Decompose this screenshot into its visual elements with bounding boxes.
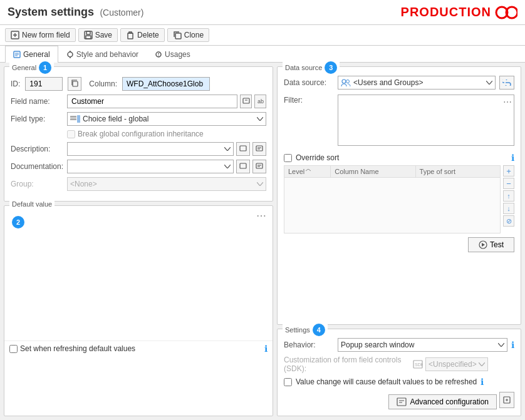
svg-point-19 — [158, 55, 159, 56]
test-row: Test — [284, 237, 514, 252]
svg-rect-32 — [256, 163, 262, 168]
customization-row: Customization of form field controls (SD… — [284, 356, 514, 373]
main-content: General 1 ID: Column: — [0, 63, 525, 420]
default-value-menu-button[interactable]: ⋯ — [256, 210, 266, 222]
value-change-info-icon[interactable]: ℹ — [481, 377, 484, 387]
svg-rect-6 — [86, 31, 90, 34]
id-column-row: ID: Column: — [11, 77, 266, 91]
new-form-field-button[interactable]: New form field — [5, 28, 76, 42]
data-source-link-button[interactable] — [499, 76, 514, 90]
tab-usages[interactable]: Usages — [147, 46, 199, 63]
usages-tab-icon — [155, 51, 162, 58]
sdk-icon: SDK — [413, 360, 423, 369]
delete-icon — [126, 31, 135, 39]
documentation-dropdown-icon — [224, 165, 231, 168]
field-name-input[interactable] — [67, 95, 237, 108]
id-copy-button[interactable] — [68, 77, 81, 91]
style-tab-icon — [66, 51, 74, 58]
advanced-config-icon — [397, 397, 407, 406]
documentation-row: Documentation: — [11, 160, 266, 173]
svg-rect-25 — [70, 118, 76, 120]
field-name-row: Field name: ab — [11, 95, 266, 108]
advanced-config-extra-button[interactable] — [499, 392, 514, 408]
svg-rect-27 — [240, 146, 246, 151]
doc-icon — [239, 162, 247, 170]
test-button[interactable]: Test — [468, 237, 514, 252]
settings-section: Settings 4 Behavior: Popup search window… — [277, 329, 521, 416]
behavior-select[interactable]: Popup search window — [338, 338, 507, 352]
svg-text:ab: ab — [257, 98, 264, 105]
documentation-action-btn[interactable] — [236, 160, 250, 173]
description-dropdown-icon — [224, 147, 231, 151]
advanced-row: Advanced configuration — [284, 392, 514, 409]
default-value-textarea[interactable] — [11, 215, 266, 324]
description-extra-btn[interactable] — [252, 142, 266, 156]
sort-clear-button[interactable]: ⊘ — [503, 215, 514, 227]
group-dropdown-icon — [257, 182, 263, 186]
data-source-dropdown-icon — [486, 81, 492, 85]
advanced-configuration-button[interactable]: Advanced configuration — [388, 394, 497, 409]
new-form-field-icon — [11, 31, 19, 39]
sort-add-button[interactable]: + — [503, 165, 514, 177]
svg-rect-21 — [243, 98, 249, 103]
value-change-checkbox[interactable] — [284, 378, 292, 386]
test-play-icon — [479, 240, 487, 249]
field-name-action-button[interactable] — [240, 95, 252, 108]
svg-rect-24 — [70, 116, 76, 118]
id-field[interactable] — [25, 77, 63, 91]
link-icon — [502, 79, 511, 86]
tab-general[interactable]: General — [5, 46, 58, 63]
save-icon — [84, 31, 93, 39]
delete-button[interactable]: Delete — [120, 28, 165, 42]
tab-style-behavior[interactable]: Style and behavior — [58, 46, 147, 63]
clone-icon — [173, 31, 182, 39]
field-name-extra-button[interactable]: ab — [254, 95, 266, 108]
save-button[interactable]: Save — [78, 28, 118, 42]
filter-menu-button[interactable]: ⋯ — [503, 97, 512, 107]
svg-rect-41 — [397, 398, 406, 406]
production-badge: PRODUCTION — [401, 5, 517, 19]
description-action-btn[interactable] — [236, 142, 250, 156]
data-source-select-wrapper[interactable]: <Users and Groups> — [338, 76, 496, 90]
doc-extra-icon — [256, 162, 263, 170]
break-inheritance-checkbox[interactable] — [67, 130, 75, 138]
behavior-info-icon[interactable]: ℹ — [511, 340, 514, 350]
svg-rect-7 — [86, 36, 91, 39]
copy-icon — [71, 79, 78, 87]
sort-down-button[interactable]: ↓ — [503, 203, 514, 214]
set-when-refreshing-checkbox[interactable] — [9, 345, 18, 353]
override-sort-info-icon[interactable]: ℹ — [511, 153, 514, 163]
behavior-row: Behavior: Popup search window ℹ — [284, 338, 514, 352]
svg-rect-26 — [77, 115, 80, 123]
svg-text:SDK: SDK — [415, 362, 423, 367]
sort-remove-button[interactable]: − — [503, 178, 514, 189]
default-value-info-icon[interactable]: ℹ — [264, 344, 268, 354]
column-field[interactable] — [122, 77, 210, 91]
svg-rect-9 — [175, 33, 181, 39]
svg-rect-31 — [240, 163, 246, 168]
filter-textarea[interactable] — [338, 95, 514, 146]
filter-row: Filter: ⋯ — [284, 95, 514, 148]
data-source-badge: 3 — [325, 61, 337, 74]
field-type-dropdown-icon — [257, 117, 263, 121]
override-sort-checkbox[interactable] — [284, 154, 292, 162]
break-inheritance-row: Break global configuration inheritance — [11, 130, 266, 138]
svg-point-35 — [342, 79, 346, 83]
documentation-extra-btn[interactable] — [252, 160, 266, 173]
sort-side-controls: + − ↑ ↓ ⊘ — [503, 165, 514, 233]
sort-up-button[interactable]: ↑ — [503, 190, 514, 202]
svg-point-14 — [68, 52, 73, 57]
translate-icon: ab — [257, 97, 264, 105]
behavior-dropdown-icon — [498, 343, 504, 347]
data-source-row: Data source: <Users and Groups> — [284, 76, 514, 90]
users-groups-icon — [341, 78, 351, 87]
svg-rect-20 — [73, 81, 78, 86]
value-change-row: Value change will cause default values t… — [284, 377, 514, 387]
general-tab-icon — [13, 51, 21, 58]
clone-button[interactable]: Clone — [167, 28, 209, 42]
general-section: General 1 ID: Column: — [4, 66, 273, 202]
svg-rect-8 — [128, 33, 133, 39]
customization-select[interactable]: <Unspecified> — [425, 357, 488, 371]
toolbar: New form field Save Delete Clone — [0, 25, 525, 46]
level-sort-icon — [306, 169, 311, 174]
